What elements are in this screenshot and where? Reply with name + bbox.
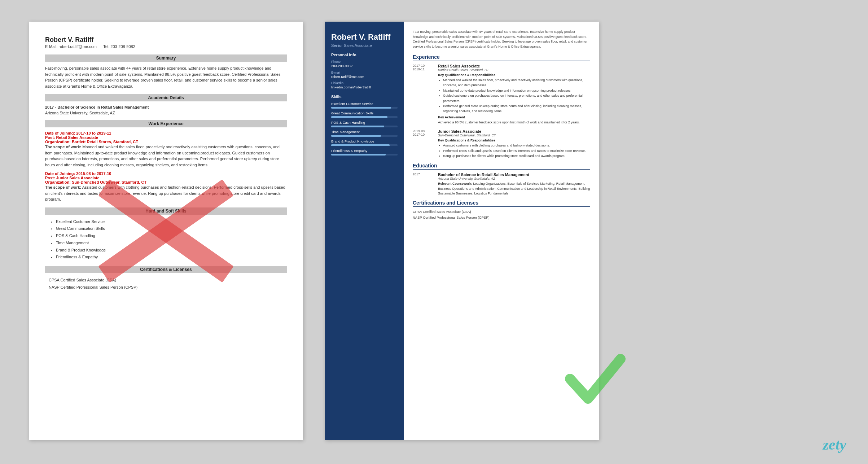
left-cert-section: Certifications & Licenses CPSA Certified…	[45, 266, 287, 291]
right-linkedin-label: LinkedIn	[331, 81, 398, 85]
edu-degree: Bachelor of Science in Retail Sales Mana…	[438, 172, 590, 177]
exp-title: Junior Sales Associate	[438, 129, 590, 133]
exp-bullets: Assisted customers with clothing purchas…	[438, 143, 590, 158]
skill-bar-bg	[331, 154, 398, 156]
skill-bar-fill	[331, 144, 390, 146]
skill-item: Excellent Customer Service	[331, 102, 398, 109]
left-summary-section: Summary Fast-moving, personable sales as…	[45, 54, 287, 89]
table-row: 2017-10 2019-11Retail Sales AssociateBar…	[413, 64, 590, 125]
list-item: Performed general store upkeep during st…	[443, 104, 590, 114]
skill-name: Great Communication Skills	[331, 111, 398, 115]
left-summary-title: Summary	[45, 54, 287, 62]
skill-name: Brand & Product Knowledge	[331, 139, 398, 143]
left-work2-scope: The scope of work: Assisted customers wi…	[45, 184, 287, 202]
skill-bar-fill	[331, 126, 384, 127]
skill-name: Friendliness & Empathy	[331, 149, 398, 153]
list-item: Time Management	[56, 240, 287, 247]
exp-kq-label: Key Qualifications & Responsibilities	[438, 139, 590, 142]
skill-bar-fill	[331, 116, 387, 118]
right-summary: Fast-moving, personable sales associate …	[413, 30, 590, 49]
left-contact: E-Mail: robert.ratliff@me.com Tel: 203-2…	[45, 44, 287, 49]
exp-achievement-text: Achieved a 98.5% customer feedback score…	[438, 120, 590, 125]
right-exp-title: Experience	[413, 54, 590, 61]
resume-right: Robert V. Ratliff Senior Sales Associate…	[325, 22, 599, 440]
left-skills-list: Excellent Customer ServiceGreat Communic…	[45, 218, 287, 261]
right-education-list: 2017Bachelor of Science in Retail Sales …	[413, 172, 590, 196]
exp-title: Retail Sales Associate	[438, 64, 590, 68]
left-work1-org: Organization: Bartlett Retail Stores, St…	[45, 140, 287, 144]
right-email-label: E-mail	[331, 71, 398, 74]
left-header: Robert V. Ratliff E-Mail: robert.ratliff…	[45, 36, 287, 49]
left-school: Arizona State University, Scottsdale, AZ	[45, 111, 287, 115]
skill-bar-bg	[331, 135, 398, 137]
list-item: CPSA Certified Sales Associate (CSA)	[49, 277, 287, 284]
left-work2-org: Organization: Sun-Drenched Outerwear, St…	[45, 180, 287, 184]
list-item: Assisted customers with clothing purchas…	[443, 143, 590, 148]
skill-bar-bg	[331, 107, 398, 109]
table-row: 2019-08 2017-10Junior Sales AssociateSun…	[413, 129, 590, 158]
skill-bar-fill	[331, 154, 386, 156]
right-sidebar: Robert V. Ratliff Senior Sales Associate…	[325, 22, 404, 440]
skill-bar-fill	[331, 107, 391, 109]
list-item: NASP Certified Professional Sales Person…	[49, 284, 287, 291]
exp-company: Bartlett Retail Stores, Stamford, CT	[438, 68, 590, 72]
skill-item: Great Communication Skills	[331, 111, 398, 118]
exp-dates: 2019-08 2017-10	[413, 129, 434, 136]
right-email: robert.ratliff@me.com	[331, 75, 398, 79]
skill-item: POS & Cash Handling	[331, 121, 398, 127]
left-cert-title: Certifications & Licenses	[45, 266, 287, 273]
skill-item: Brand & Product Knowledge	[331, 139, 398, 146]
table-row: 2017Bachelor of Science in Retail Sales …	[413, 172, 590, 196]
skill-item: Time Management	[331, 130, 398, 137]
left-work-section: Work Experience Date of Joining: 2017-10…	[45, 120, 287, 202]
list-item: Maintained up-to-date product knowledge …	[443, 88, 590, 93]
right-main: Fast-moving, personable sales associate …	[404, 22, 599, 440]
left-summary-text: Fast-moving, personable sales associate …	[45, 65, 287, 89]
exp-dates: 2017-10 2019-11	[413, 64, 434, 71]
right-edu-title: Education	[413, 163, 590, 170]
skill-bar-bg	[331, 116, 398, 118]
right-skills-title: Skills	[331, 95, 398, 99]
left-work2: Date of Joining: 2015-08 to 2017-10 Post…	[45, 171, 287, 202]
left-work-title: Work Experience	[45, 120, 287, 127]
skill-name: Excellent Customer Service	[331, 102, 398, 106]
exp-body: Retail Sales AssociateBartlett Retail St…	[438, 64, 590, 125]
left-skills-title: Hard and Soft Skills	[45, 207, 287, 215]
zety-logo: zety	[823, 436, 846, 453]
right-linkedin: linkedin.com/in/robertratliff	[331, 85, 398, 89]
skill-item: Friendliness & Empathy	[331, 149, 398, 156]
left-work1-date: Date of Joining: 2017-10 to 2019-11	[45, 131, 287, 135]
list-item: NASP Certified Professional Sales Person…	[413, 215, 590, 219]
skill-name: Time Management	[331, 130, 398, 134]
page-container: Robert V. Ratliff E-Mail: robert.ratliff…	[0, 0, 868, 464]
exp-bullets: Manned and walked the sales floor, proac…	[438, 78, 590, 114]
right-name-block: Robert V. Ratliff Senior Sales Associate	[331, 32, 398, 48]
skill-bar-fill	[331, 135, 381, 137]
edu-body: Bachelor of Science in Retail Sales Mana…	[438, 172, 590, 196]
left-name: Robert V. Ratliff	[45, 36, 287, 44]
skill-name: POS & Cash Handling	[331, 121, 398, 124]
right-experience-list: 2017-10 2019-11Retail Sales AssociateBar…	[413, 64, 590, 158]
left-work2-post: Post: Junior Sales Associate	[45, 176, 287, 180]
right-phone-label: Phone	[331, 60, 398, 64]
right-phone: 203-208-9082	[331, 64, 398, 68]
right-name: Robert V. Ratliff	[331, 32, 398, 42]
right-cert-list: CPSA Certified Sales Associate (CSA)NASP…	[413, 210, 590, 219]
right-skills-bars: Excellent Customer ServiceGreat Communic…	[331, 102, 398, 156]
list-item: POS & Cash Handling	[56, 232, 287, 240]
exp-achievement-label: Key Achievement	[438, 115, 590, 119]
list-item: Rang up purchases for clients while prom…	[443, 153, 590, 158]
list-item: Guided customers on purchases based on i…	[443, 93, 590, 104]
left-work1-scope: The scope of work: Manned and walked the…	[45, 144, 287, 168]
left-academic-title: Academic Details	[45, 94, 287, 101]
exp-company: Sun-Drenched Outerwear, Stamford, CT	[438, 133, 590, 137]
list-item: Brand & Product Knowledge	[56, 247, 287, 254]
left-work2-date: Date of Joining: 2015-08 to 2017-10	[45, 171, 287, 176]
left-academic-section: Academic Details 2017 - Bachelor of Scie…	[45, 94, 287, 115]
list-item: CPSA Certified Sales Associate (CSA)	[413, 210, 590, 214]
right-personal-title: Personal Info	[331, 53, 398, 57]
resume-left: Robert V. Ratliff E-Mail: robert.ratliff…	[29, 22, 303, 440]
right-cert-title: Certifications and Licenses	[413, 200, 590, 207]
left-degree: 2017 - Bachelor of Science in Retail Sal…	[45, 105, 287, 109]
list-item: Manned and walked the sales floor, proac…	[443, 78, 590, 88]
